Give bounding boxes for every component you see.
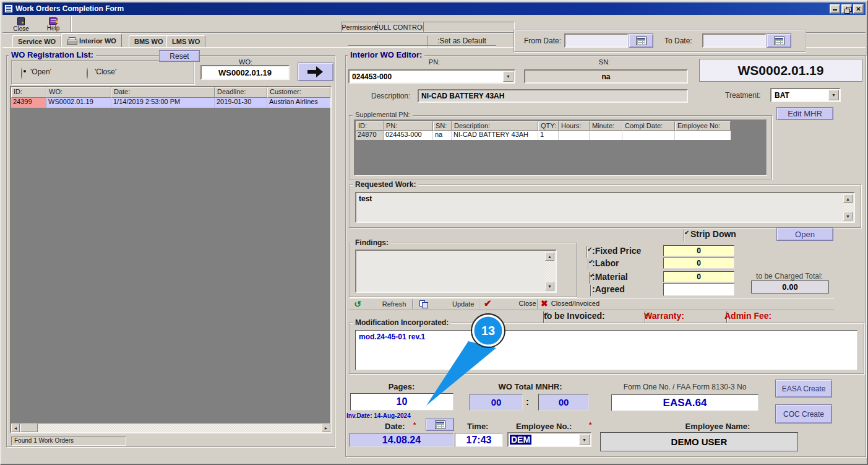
pn-combobox[interactable]: 024453-000 (348, 69, 515, 84)
tab-service-wo[interactable]: Service WO (12, 35, 61, 47)
restore-button[interactable] (841, 4, 852, 14)
col-header-deadline[interactable]: Deadline: (215, 87, 267, 98)
labor-checkbox[interactable] (588, 259, 589, 271)
close-x-icon: ✕ (856, 6, 861, 12)
scroll-right-button[interactable]: ► (322, 424, 330, 432)
treatment-combobox[interactable]: BAT (770, 88, 841, 102)
employee-no-value: DEM (510, 435, 531, 445)
fixed-price-input[interactable]: 0 (663, 245, 734, 256)
chevron-down-icon[interactable] (828, 90, 839, 100)
findings-textarea[interactable]: ▲ ▼ (355, 250, 557, 293)
tab-bms-wo[interactable]: BMS WO (129, 35, 168, 47)
reset-button[interactable]: Reset (159, 50, 200, 62)
supp-col-sn[interactable]: SN: (433, 121, 452, 131)
table-row-cell-id[interactable]: 24399 (11, 98, 46, 108)
close-window-button[interactable]: ✕ (853, 4, 864, 14)
supp-row-pn[interactable]: 024453-000 (384, 131, 433, 140)
requested-work-textarea[interactable]: test ▲ ▼ (355, 192, 855, 223)
table-row-cell-customer[interactable]: Austrian Airlines (267, 98, 330, 108)
from-date-input[interactable] (564, 33, 629, 48)
coc-create-button[interactable]: COC Create (775, 404, 832, 424)
interior-wo-editor-title: Interior WO Editor: (348, 50, 424, 59)
supp-row-compl-date[interactable] (622, 131, 675, 140)
supp-col-minute[interactable]: Minute: (590, 121, 622, 131)
scroll-down-button[interactable]: ▼ (843, 212, 853, 220)
mnhr-minutes-input[interactable]: 00 (538, 394, 589, 411)
update-button[interactable]: Update (419, 299, 474, 309)
material-input[interactable]: 0 (663, 271, 734, 282)
tab-interior-wo[interactable]: Interior WO (61, 33, 122, 47)
open-radio[interactable] (21, 67, 22, 79)
horizontal-scrollbar[interactable]: ◄ ► (11, 424, 330, 432)
form-one-label: Form One No. / FAA Form 8130-3 No (611, 383, 759, 391)
col-header-customer[interactable]: Customer: (267, 87, 330, 98)
open-button[interactable]: Open (776, 227, 833, 241)
scroll-up-button[interactable]: ▲ (545, 252, 554, 261)
close-radio[interactable] (87, 67, 88, 79)
col-header-id[interactable]: ID: (11, 87, 46, 98)
wo-search-input[interactable]: WS0002.01.19 (200, 65, 290, 80)
labor-input[interactable]: 0 (663, 258, 734, 269)
tab-lms-wo[interactable]: LMS WO (166, 35, 205, 47)
supp-row-employee-no[interactable] (675, 131, 731, 140)
calendar-icon (774, 37, 784, 45)
supp-col-description[interactable]: Description: (452, 121, 538, 131)
table-row-cell-deadline[interactable]: 2019-01-30 (215, 98, 267, 108)
scroll-up-button[interactable]: ▲ (843, 194, 853, 203)
vertical-scrollbar[interactable]: ▲ ▼ (843, 194, 853, 220)
agreed-checkbox[interactable] (590, 285, 591, 297)
edit-mhr-button[interactable]: Edit MHR (776, 107, 833, 120)
close-radio-label: 'Close' (95, 67, 116, 76)
scroll-left-button[interactable]: ◄ (11, 424, 20, 432)
chevron-down-icon[interactable] (503, 71, 513, 82)
col-header-wo[interactable]: WO: (46, 87, 111, 98)
form-one-input[interactable]: EASA.64 (611, 394, 758, 411)
supp-row-minute[interactable] (590, 131, 622, 140)
date-input[interactable]: 14.08.24 (350, 433, 453, 447)
closed-invoiced-button[interactable]: ✖ Closed/Invoiced (541, 298, 599, 309)
sn-field[interactable]: na (524, 69, 688, 84)
easa-create-button[interactable]: EASA Create (775, 380, 832, 398)
vertical-scrollbar[interactable]: ▲ ▼ (545, 252, 554, 290)
material-checkbox[interactable] (589, 272, 590, 284)
strip-down-checkbox[interactable] (684, 230, 685, 241)
from-date-calendar-button[interactable] (629, 33, 653, 48)
mnhr-hours-input[interactable]: 00 (470, 394, 523, 411)
scroll-down-button[interactable]: ▼ (545, 282, 554, 290)
chevron-down-icon[interactable] (579, 434, 590, 445)
to-date-calendar-button[interactable] (767, 33, 791, 48)
supp-col-pn[interactable]: PN: (384, 121, 433, 131)
supp-col-hours[interactable]: Hours: (559, 121, 590, 131)
supp-row-qty[interactable]: 1 (538, 131, 559, 140)
supp-col-id[interactable]: ID: (356, 121, 384, 131)
help-button[interactable]: Help (38, 16, 68, 33)
window-title: Work Orders Completion Form (15, 4, 124, 13)
supp-row-id[interactable]: 24870 (356, 131, 384, 140)
date-calendar-button[interactable] (426, 418, 454, 431)
description-field[interactable]: NI-CAD BATTERY 43AH (418, 89, 688, 103)
time-input[interactable]: 17:43 (455, 433, 503, 447)
material-label: :Material (592, 272, 628, 282)
close-button-label: Close (13, 25, 29, 32)
table-row-cell-date[interactable]: 1/14/2019 2:53:00 PM (111, 98, 215, 108)
col-header-date[interactable]: Date: (111, 87, 215, 98)
employee-no-combobox[interactable]: DEM (507, 432, 591, 447)
supp-row-hours[interactable] (559, 131, 590, 140)
minimize-button[interactable] (830, 4, 840, 14)
supp-row-sn[interactable]: na (433, 131, 452, 140)
fixed-price-checkbox[interactable] (587, 246, 588, 258)
scrollbar-thumb[interactable] (20, 424, 38, 432)
supp-col-compl-date[interactable]: Compl Date: (622, 121, 675, 131)
refresh-button[interactable]: ↺ Refresh (354, 299, 406, 309)
supp-col-employee-no[interactable]: Employee No: (675, 121, 731, 131)
supp-row-description[interactable]: NI-CAD BATTERY 43AH (452, 131, 538, 140)
supp-col-qty[interactable]: QTY: (538, 121, 559, 131)
pages-input[interactable]: 10 (350, 393, 453, 411)
to-date-input[interactable] (702, 33, 767, 48)
close-button[interactable]: Close (6, 16, 36, 33)
agreed-input[interactable] (663, 283, 734, 296)
table-row-cell-wo[interactable]: WS0002.01.19 (46, 98, 111, 108)
close-wo-button[interactable]: ✔ Close (484, 298, 536, 309)
wo-go-button[interactable] (298, 63, 333, 81)
modification-textarea[interactable]: mod.24-45-01 rev.1 (355, 330, 857, 370)
